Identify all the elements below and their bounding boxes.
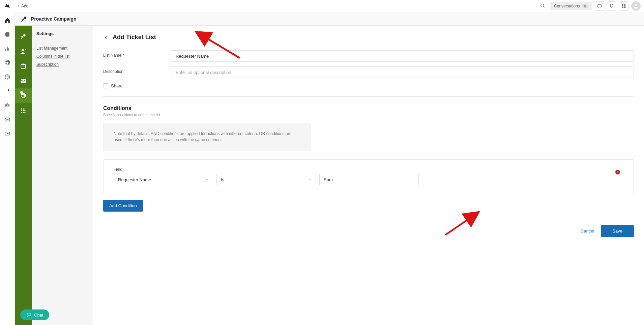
list-name-input[interactable] <box>171 50 634 62</box>
condition-field-value: Requester Name <box>118 177 151 182</box>
conditions-heading: Conditions <box>103 105 634 111</box>
side-link-columns[interactable]: Columns in the list <box>36 54 88 59</box>
search-icon[interactable] <box>538 1 547 11</box>
chevron-down-icon <box>205 177 209 182</box>
condition-operator-select[interactable]: Is <box>216 174 316 185</box>
green-db-icon[interactable] <box>15 59 32 74</box>
svg-point-28 <box>23 110 24 111</box>
green-user-icon[interactable] <box>15 44 32 59</box>
settings-side-panel: Settings List Management Columns in the … <box>32 26 93 325</box>
plus-icon: + <box>18 4 20 8</box>
condition-field-label: Field <box>114 167 213 172</box>
svg-rect-2 <box>598 4 602 7</box>
gear-icon[interactable] <box>3 59 11 67</box>
svg-rect-6 <box>624 6 625 8</box>
condition-card: Field Requester Name Is <box>103 159 634 193</box>
svg-line-1 <box>543 6 544 7</box>
svg-point-26 <box>24 108 25 109</box>
conversations-pill[interactable]: Conversations 0 <box>550 2 592 10</box>
conversations-count: 0 <box>582 4 588 8</box>
green-campaign-icon[interactable] <box>15 29 32 44</box>
remove-condition-button[interactable]: ✕ <box>615 170 620 174</box>
top-bar: + Add Conversations 0 <box>0 0 644 12</box>
campaign-strip-icon <box>20 15 28 23</box>
add-button[interactable]: + Add <box>15 2 31 10</box>
svg-point-25 <box>23 108 24 109</box>
svg-point-13 <box>7 89 9 91</box>
content-outer: Proactive Campaign <box>15 12 644 325</box>
svg-rect-9 <box>5 49 6 51</box>
campaign-icon[interactable] <box>3 87 11 95</box>
chat-icon <box>26 312 32 318</box>
mail-icon[interactable] <box>3 115 11 124</box>
svg-point-15 <box>6 105 7 106</box>
left-rail <box>0 12 15 325</box>
message-icon[interactable] <box>595 1 604 11</box>
add-condition-button[interactable]: Add Condition <box>103 200 143 212</box>
svg-point-20 <box>23 34 26 36</box>
description-input[interactable] <box>171 66 634 78</box>
back-button[interactable] <box>103 34 109 40</box>
svg-rect-5 <box>622 6 623 8</box>
svg-rect-11 <box>8 48 9 51</box>
section-divider <box>103 97 634 97</box>
svg-point-21 <box>22 49 24 51</box>
app-logo <box>0 3 15 9</box>
green-mail-icon[interactable] <box>15 74 32 88</box>
bot-icon[interactable] <box>3 101 11 109</box>
condition-value-input[interactable] <box>319 174 419 185</box>
svg-point-16 <box>8 105 8 106</box>
svg-point-31 <box>23 112 24 113</box>
list-name-label: List Name * <box>103 50 171 58</box>
apps-icon[interactable] <box>619 1 628 11</box>
chat-widget[interactable]: Chat <box>20 309 49 320</box>
description-label: Description <box>103 66 171 74</box>
conditions-sub: Specify conditions to add to the list. <box>103 113 634 117</box>
svg-rect-3 <box>622 4 623 5</box>
side-link-subscription[interactable]: Subscription <box>36 62 88 67</box>
page-title: Add Ticket List <box>113 34 156 41</box>
svg-point-7 <box>635 4 637 6</box>
green-rail <box>15 26 32 325</box>
chevron-down-icon <box>308 177 312 182</box>
chart-icon[interactable] <box>3 45 11 53</box>
svg-point-19 <box>24 17 26 19</box>
svg-point-30 <box>21 112 22 113</box>
svg-point-32 <box>24 112 25 113</box>
save-button[interactable]: Save <box>601 225 634 237</box>
bell-icon[interactable] <box>607 1 616 11</box>
conversations-label: Conversations <box>554 4 580 8</box>
page-strip: Proactive Campaign <box>15 12 644 26</box>
side-panel-title: Settings <box>36 31 88 36</box>
side-divider <box>36 41 88 41</box>
svg-point-29 <box>24 110 25 111</box>
svg-point-22 <box>21 64 25 65</box>
add-label: Add <box>21 4 28 8</box>
svg-rect-10 <box>7 47 7 51</box>
condition-field-select[interactable]: Requester Name <box>114 174 213 185</box>
green-gear-icon[interactable] <box>15 88 32 103</box>
avatar[interactable] <box>631 1 641 11</box>
main-form: Add Ticket List List Name * Description <box>93 26 644 325</box>
globe-icon[interactable] <box>3 73 11 81</box>
home-icon[interactable] <box>3 16 11 24</box>
share-checkbox[interactable] <box>103 83 108 88</box>
data-icon[interactable] <box>3 30 11 38</box>
svg-point-27 <box>21 110 22 111</box>
strip-title: Proactive Campaign <box>31 16 77 22</box>
svg-point-0 <box>541 4 544 7</box>
share-label: Share <box>111 83 123 88</box>
cancel-button[interactable]: Cancel <box>581 228 594 234</box>
chat-label: Chat <box>34 313 43 318</box>
conditions-info: Note that by default, AND conditions are… <box>103 123 311 151</box>
condition-operator-value: Is <box>221 177 224 182</box>
play-icon[interactable] <box>3 130 11 138</box>
side-link-list-management[interactable]: List Management <box>36 46 88 51</box>
green-grid-icon[interactable] <box>15 103 32 118</box>
svg-point-24 <box>21 108 22 109</box>
svg-rect-4 <box>624 4 625 5</box>
